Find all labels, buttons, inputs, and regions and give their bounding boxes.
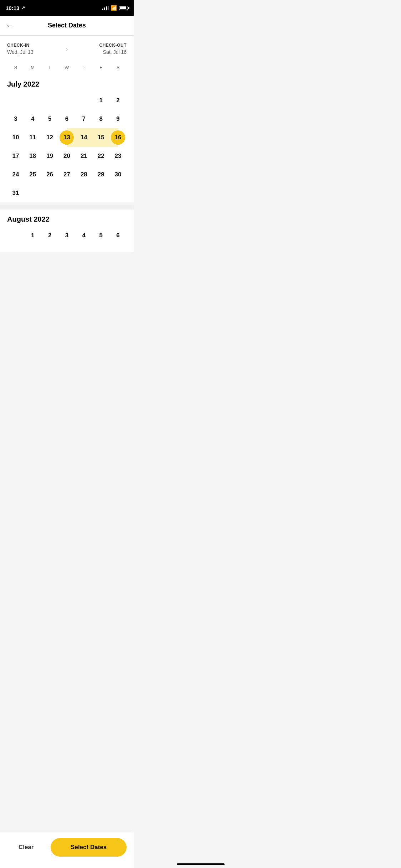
august-calendar: August 2022 123456: [0, 210, 134, 252]
calendar-cell[interactable]: 11: [24, 128, 41, 147]
day-number[interactable]: 5: [43, 112, 57, 126]
calendar-cell[interactable]: 6: [109, 226, 127, 245]
day-number[interactable]: 14: [77, 130, 91, 145]
calendar-cell[interactable]: 4: [24, 110, 41, 128]
calendar-cell[interactable]: 1: [24, 226, 41, 245]
back-button[interactable]: ←: [6, 21, 14, 30]
day-number[interactable]: 28: [77, 167, 91, 182]
day-number[interactable]: 26: [43, 167, 57, 182]
day-number[interactable]: 6: [111, 228, 125, 243]
day-header-label: F: [92, 63, 109, 72]
calendar-cell[interactable]: 21: [75, 147, 92, 165]
check-out-info[interactable]: CHECK-OUT Sat, Jul 16: [74, 43, 127, 55]
calendar-cell[interactable]: 5: [92, 226, 109, 245]
calendar-cell[interactable]: 19: [41, 147, 58, 165]
calendar-cell[interactable]: 13: [58, 128, 76, 147]
day-number[interactable]: 27: [60, 167, 74, 182]
day-number[interactable]: 10: [9, 130, 23, 145]
calendar-cell[interactable]: 26: [41, 165, 58, 184]
day-number[interactable]: 4: [77, 228, 91, 243]
calendar-cell: [92, 184, 109, 202]
calendar-cell[interactable]: 6: [58, 110, 76, 128]
calendar-cell: [58, 184, 76, 202]
day-number[interactable]: 2: [111, 93, 125, 108]
day-number[interactable]: 2: [43, 228, 57, 243]
day-number[interactable]: 9: [111, 112, 125, 126]
calendar-cell[interactable]: 3: [7, 110, 24, 128]
calendar-cell[interactable]: 16: [109, 128, 127, 147]
day-number[interactable]: 3: [9, 112, 23, 126]
calendar-cell: [41, 91, 58, 110]
day-header-label: T: [41, 63, 58, 72]
calendar-cell[interactable]: 3: [58, 226, 76, 245]
calendar-cell[interactable]: 29: [92, 165, 109, 184]
day-number[interactable]: 1: [94, 93, 108, 108]
calendar-cell[interactable]: 7: [75, 110, 92, 128]
calendar-cell[interactable]: 9: [109, 110, 127, 128]
day-number[interactable]: 13: [60, 130, 74, 145]
calendar-cell: [75, 91, 92, 110]
calendar-cell[interactable]: 23: [109, 147, 127, 165]
day-number[interactable]: 19: [43, 149, 57, 163]
calendar-cell[interactable]: 27: [58, 165, 76, 184]
day-number[interactable]: 24: [9, 167, 23, 182]
day-number[interactable]: 22: [94, 149, 108, 163]
calendar-cell[interactable]: 1: [92, 91, 109, 110]
location-icon: ↗: [21, 5, 25, 10]
day-number[interactable]: 4: [26, 112, 40, 126]
calendar-cell[interactable]: 5: [41, 110, 58, 128]
day-number[interactable]: 18: [26, 149, 40, 163]
day-number[interactable]: 8: [94, 112, 108, 126]
day-number[interactable]: 1: [26, 228, 40, 243]
calendar-cell: [24, 91, 41, 110]
calendar-cell[interactable]: 12: [41, 128, 58, 147]
date-selection: CHECK-IN Wed, Jul 13 › CHECK-OUT Sat, Ju…: [0, 36, 134, 61]
day-number[interactable]: 5: [94, 228, 108, 243]
july-calendar: SMTWTFS July 2022 1234567891011121314151…: [0, 61, 134, 202]
day-number[interactable]: 23: [111, 149, 125, 163]
day-number[interactable]: 21: [77, 149, 91, 163]
status-left: 10:13 ↗: [6, 5, 25, 11]
calendar-cell[interactable]: 4: [75, 226, 92, 245]
day-number[interactable]: 11: [26, 130, 40, 145]
calendar-cell: [41, 184, 58, 202]
day-number[interactable]: 6: [60, 112, 74, 126]
calendar-cell[interactable]: 18: [24, 147, 41, 165]
day-number[interactable]: 29: [94, 167, 108, 182]
calendar-cell[interactable]: 28: [75, 165, 92, 184]
calendar-cell[interactable]: 2: [41, 226, 58, 245]
calendar-cell[interactable]: 14: [75, 128, 92, 147]
day-number[interactable]: 17: [9, 149, 23, 163]
day-number[interactable]: 3: [60, 228, 74, 243]
calendar-cell[interactable]: 17: [7, 147, 24, 165]
calendar-cell[interactable]: 20: [58, 147, 76, 165]
calendar-cell[interactable]: 30: [109, 165, 127, 184]
calendar-cell: [75, 184, 92, 202]
check-in-label: CHECK-IN: [7, 43, 60, 48]
check-in-info[interactable]: CHECK-IN Wed, Jul 13: [7, 43, 60, 55]
day-header-label: T: [75, 63, 92, 72]
section-divider: [0, 205, 134, 210]
calendar-cell[interactable]: 24: [7, 165, 24, 184]
day-number[interactable]: 31: [9, 186, 23, 200]
calendar-cell[interactable]: 10: [7, 128, 24, 147]
calendar-cell[interactable]: 2: [109, 91, 127, 110]
calendar-cell: [58, 91, 76, 110]
day-number[interactable]: 12: [43, 130, 57, 145]
calendar-cell[interactable]: 25: [24, 165, 41, 184]
header: ← Select Dates: [0, 16, 134, 36]
august-calendar-grid: 123456: [7, 226, 127, 245]
day-number[interactable]: 16: [111, 130, 125, 145]
day-number[interactable]: 20: [60, 149, 74, 163]
day-number[interactable]: 7: [77, 112, 91, 126]
august-month-title: August 2022: [7, 210, 127, 226]
day-number[interactable]: 15: [94, 130, 108, 145]
calendar-cell[interactable]: 22: [92, 147, 109, 165]
wifi-icon: 📶: [111, 5, 117, 11]
calendar-cell[interactable]: 15: [92, 128, 109, 147]
day-number[interactable]: 25: [26, 167, 40, 182]
day-number[interactable]: 30: [111, 167, 125, 182]
calendar-cell[interactable]: 31: [7, 184, 24, 202]
calendar-cell: [24, 184, 41, 202]
calendar-cell[interactable]: 8: [92, 110, 109, 128]
